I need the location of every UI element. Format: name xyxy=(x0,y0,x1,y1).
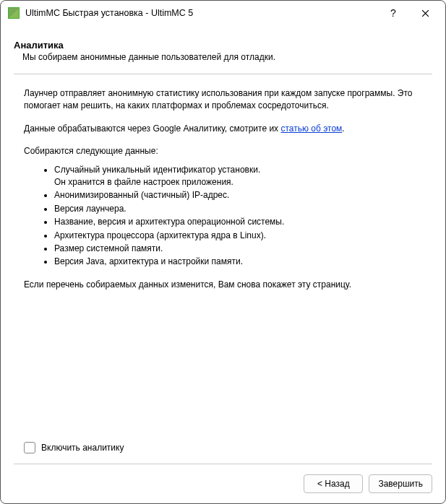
footer: < Назад Завершить xyxy=(1,464,445,503)
finish-button[interactable]: Завершить xyxy=(369,474,432,493)
content-area: Аналитика Мы собираем анонимные данные п… xyxy=(1,25,445,464)
enable-analytics-checkbox[interactable] xyxy=(24,442,35,453)
list-item: Версия лаунчера. xyxy=(54,203,422,215)
analytics-article-link[interactable]: статью об этом xyxy=(280,123,342,134)
paragraph-outro: Если перечень собираемых данных изменитс… xyxy=(24,279,422,291)
enable-analytics-row[interactable]: Включить аналитику xyxy=(14,442,432,459)
paragraph-google: Данные обрабатываются через Google Анали… xyxy=(24,123,422,135)
body-text: Лаунчер отправляет анонимную статистику … xyxy=(14,74,432,442)
enable-analytics-label: Включить аналитику xyxy=(41,443,124,453)
text: Данные обрабатываются через Google Анали… xyxy=(24,123,280,134)
help-button[interactable]: ? xyxy=(377,2,409,24)
list-item: Версия Java, архитектура и настройки пам… xyxy=(54,256,422,268)
titlebar: UltimMC Быстрая установка - UltimMC 5 ? xyxy=(1,1,445,25)
list-item: Размер системной памяти. xyxy=(54,243,422,255)
dialog-window: UltimMC Быстрая установка - UltimMC 5 ? … xyxy=(0,0,446,504)
collected-data-list: Случайный уникальный идентификатор устан… xyxy=(24,164,422,269)
back-button[interactable]: < Назад xyxy=(304,474,363,493)
list-item: Архитектура процессора (архитектура ядра… xyxy=(54,230,422,242)
window-title: UltimMC Быстрая установка - UltimMC 5 xyxy=(25,8,377,18)
app-icon xyxy=(8,7,20,19)
section-subtitle: Мы собираем анонимные данные пользовател… xyxy=(14,52,432,62)
paragraph-list-intro: Собираются следующие данные: xyxy=(24,145,422,157)
list-item: Случайный уникальный идентификатор устан… xyxy=(54,164,422,189)
help-icon: ? xyxy=(390,7,396,19)
list-item: Анонимизированный (частичный) IP-адрес. xyxy=(54,189,422,201)
paragraph-intro: Лаунчер отправляет анонимную статистику … xyxy=(24,87,422,113)
close-icon xyxy=(421,9,429,17)
text: . xyxy=(342,123,344,134)
close-button[interactable] xyxy=(409,2,441,24)
list-item: Название, версия и архитектура операцион… xyxy=(54,216,422,228)
section-title: Аналитика xyxy=(14,40,432,51)
